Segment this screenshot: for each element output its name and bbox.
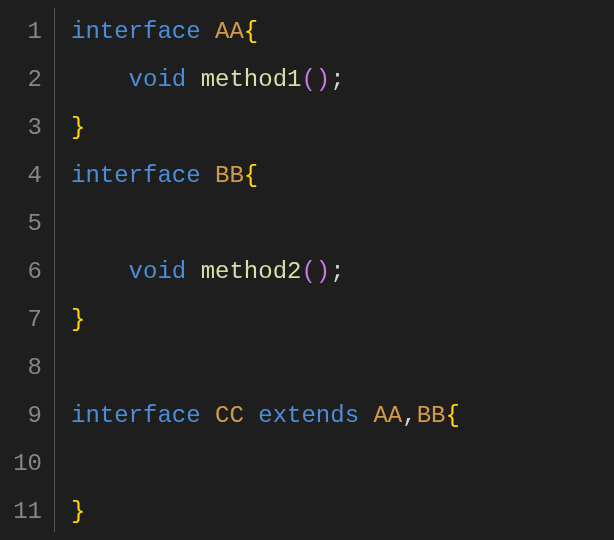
code-token: { [446,402,460,429]
code-token: } [71,498,85,525]
code-token: method2 [201,258,302,285]
code-token: , [402,402,416,429]
code-editor[interactable]: 1234567891011 interface AA{ void method1… [0,0,614,540]
code-line[interactable] [71,344,614,392]
code-token: () [301,66,330,93]
code-line[interactable] [71,440,614,488]
line-number-gutter: 1234567891011 [0,8,55,532]
code-line[interactable]: void method1(); [71,56,614,104]
line-number: 1 [0,8,42,56]
code-line[interactable]: interface BB{ [71,152,614,200]
code-token: BB [417,402,446,429]
code-token [71,66,129,93]
code-area[interactable]: interface AA{ void method1();}interface … [55,8,614,532]
code-line[interactable]: } [71,104,614,152]
line-number: 3 [0,104,42,152]
line-number: 6 [0,248,42,296]
line-number: 8 [0,344,42,392]
line-number: 9 [0,392,42,440]
code-token: ; [330,66,344,93]
line-number: 7 [0,296,42,344]
line-number: 2 [0,56,42,104]
code-line[interactable]: interface CC extends AA,BB{ [71,392,614,440]
code-token: () [301,258,330,285]
code-line[interactable] [71,200,614,248]
code-token: method1 [201,66,302,93]
code-token: AA [373,402,402,429]
code-token: void [129,258,201,285]
code-token: interface [71,18,215,45]
line-number: 11 [0,488,42,536]
code-token: ; [330,258,344,285]
code-token: extends [258,402,373,429]
code-line[interactable]: } [71,296,614,344]
code-token: BB [215,162,244,189]
code-token: interface [71,162,215,189]
code-token: CC [215,402,258,429]
line-number: 4 [0,152,42,200]
line-number: 10 [0,440,42,488]
code-line[interactable]: interface AA{ [71,8,614,56]
code-token: void [129,66,201,93]
code-token: } [71,306,85,333]
code-line[interactable]: void method2(); [71,248,614,296]
code-token: AA [215,18,244,45]
code-token: interface [71,402,215,429]
code-token: } [71,114,85,141]
code-line[interactable]: } [71,488,614,536]
code-token: { [244,162,258,189]
code-token: { [244,18,258,45]
line-number: 5 [0,200,42,248]
code-token [71,258,129,285]
